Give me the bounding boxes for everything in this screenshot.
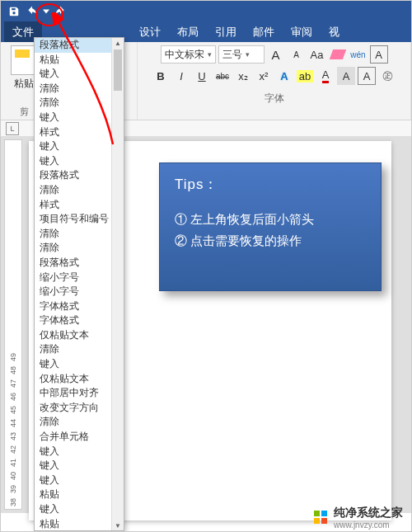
watermark-logo-icon [314, 511, 329, 525]
ruler-tick: 44 [9, 419, 17, 427]
undo-history-item[interactable]: 字体格式 [35, 299, 111, 314]
undo-history-item[interactable]: 仅粘贴文本 [35, 372, 111, 387]
font-name-combo[interactable]: 中文标宋▾ [161, 45, 216, 64]
undo-history-item[interactable]: 样式 [35, 125, 111, 140]
tab-view[interactable]: 视 [321, 21, 348, 42]
phonetic-guide-button[interactable]: wén [349, 45, 368, 64]
undo-history-item[interactable]: 段落格式 [35, 168, 111, 183]
italic-button[interactable]: I [172, 67, 190, 85]
ruler-tick: 43 [9, 432, 17, 440]
underline-button[interactable]: U [193, 67, 211, 85]
superscript-button[interactable]: x² [255, 67, 273, 85]
watermark-name: 纯净系统之家 [334, 506, 403, 520]
undo-history-item[interactable]: 清除 [35, 241, 111, 256]
watermark: 纯净系统之家 www.jnvzy.com [314, 506, 403, 530]
bold-button[interactable]: B [152, 67, 170, 85]
undo-history-item[interactable]: 键入 [35, 502, 111, 517]
tab-mailings[interactable]: 邮件 [245, 21, 283, 42]
change-case-button[interactable]: Aa [308, 45, 326, 64]
undo-history-item[interactable]: 键入 [35, 67, 111, 82]
undo-history-item[interactable]: 仅粘贴文本 [35, 328, 111, 343]
undo-history-item[interactable]: 键入 [35, 357, 111, 372]
char-shading-button[interactable]: A [337, 67, 355, 85]
undo-history-dropdown: 段落格式粘贴键入清除清除键入样式键入键入段落格式清除样式项目符号和编号清除清除段… [34, 37, 124, 531]
undo-history-item[interactable]: 字体格式 [35, 313, 111, 328]
strike-button[interactable]: abc [213, 67, 232, 85]
undo-history-item[interactable]: 粘贴 [35, 53, 111, 68]
tab-design[interactable]: 设计 [131, 21, 169, 42]
ruler-tick: 48 [9, 366, 17, 374]
tab-references[interactable]: 引用 [207, 21, 245, 42]
ruler-tick: 47 [9, 379, 17, 388]
text-effects-button[interactable]: A [275, 67, 293, 85]
undo-history-item[interactable]: 清除 [35, 342, 111, 357]
undo-history-item[interactable]: 样式 [35, 198, 111, 213]
ruler-tick: 38 [9, 498, 17, 506]
ruler-tick: 42 [9, 445, 17, 454]
redo-button[interactable] [52, 3, 68, 20]
tips-callout: Tips： ① 左上角恢复后面小箭头 ② 点击需要恢复的操作 [159, 162, 382, 291]
tab-layout[interactable]: 布局 [169, 21, 207, 42]
undo-history-item[interactable]: 键入 [35, 139, 111, 154]
ruler-tick: 45 [9, 406, 17, 414]
tips-title: Tips： [175, 175, 366, 194]
paste-label: 粘贴 [14, 77, 34, 91]
undo-history-item[interactable]: 清除 [35, 82, 111, 97]
font-group-label: 字体 [265, 92, 284, 106]
undo-history-item[interactable]: 缩小字号 [35, 285, 111, 299]
save-button[interactable] [6, 3, 22, 20]
tips-line-2: ② 点击需要恢复的操作 [175, 230, 366, 252]
subscript-button[interactable]: x₂ [234, 67, 252, 85]
grow-font-button[interactable]: A [267, 45, 285, 64]
undo-history-item[interactable]: 清除 [35, 415, 111, 430]
undo-history-item[interactable]: 粘贴 [35, 487, 111, 502]
undo-split-button[interactable] [24, 3, 40, 20]
undo-history-item[interactable]: 项目符号和编号 [35, 212, 111, 227]
undo-history-item[interactable]: 段落格式 [35, 38, 111, 53]
undo-history-item[interactable]: 缩小字号 [35, 271, 111, 285]
undo-dropdown-arrow[interactable] [42, 3, 50, 20]
clear-format-button[interactable] [329, 45, 347, 64]
char-border2-button[interactable]: A [358, 67, 376, 85]
undo-history-item[interactable]: 合并单元格 [35, 430, 111, 445]
clipboard-group-label: 剪 [20, 106, 29, 118]
vertical-ruler: 383940414243444546474849 [4, 139, 22, 510]
quick-access-toolbar [1, 1, 411, 22]
shrink-font-button[interactable]: A [288, 45, 306, 64]
undo-history-item[interactable]: 清除 [35, 96, 111, 111]
eraser-icon [329, 49, 345, 59]
font-group: 中文标宋▾ 三号▾ A A Aa wén A B I U abc x₂ x² A… [138, 42, 411, 120]
font-size-combo[interactable]: 三号▾ [218, 45, 265, 64]
ruler-tick: 40 [9, 472, 17, 480]
ruler-tick: 39 [9, 485, 17, 493]
undo-history-item[interactable]: 键入 [35, 154, 111, 169]
undo-history-item[interactable]: 中部居中对齐 [35, 386, 111, 401]
undo-history-item[interactable]: 键入 [35, 445, 111, 459]
tips-line-1: ① 左上角恢复后面小箭头 [175, 209, 366, 230]
ruler-tick: 49 [9, 353, 17, 361]
char-border-button[interactable]: A [370, 45, 388, 64]
highlight-button[interactable]: ab [296, 67, 314, 85]
scroll-down-arrow[interactable]: ▼ [112, 520, 124, 530]
ruler-tick: 41 [9, 459, 17, 467]
tab-review[interactable]: 审阅 [283, 21, 321, 42]
scroll-up-arrow[interactable]: ▲ [112, 38, 124, 48]
enclose-char-button[interactable]: ㊣ [378, 67, 396, 85]
undo-history-item[interactable]: 改变文字方向 [35, 401, 111, 416]
watermark-url: www.jnvzy.com [334, 520, 403, 530]
navigation-pane-icon[interactable]: L [6, 122, 19, 135]
dropdown-scrollbar[interactable]: ▲ ▼ [111, 38, 124, 530]
font-color-button[interactable]: A [316, 67, 335, 85]
undo-history-item[interactable]: 段落格式 [35, 256, 111, 271]
undo-history-item[interactable]: 键入 [35, 111, 111, 125]
undo-history-item[interactable]: 键入 [35, 473, 111, 488]
undo-history-item[interactable]: 清除 [35, 227, 111, 242]
undo-history-item[interactable]: 清除 [35, 183, 111, 198]
scroll-thumb[interactable] [114, 49, 122, 91]
undo-history-item[interactable]: 粘贴 [35, 517, 111, 530]
undo-history-item[interactable]: 键入 [35, 459, 111, 473]
ruler-tick: 46 [9, 393, 17, 401]
